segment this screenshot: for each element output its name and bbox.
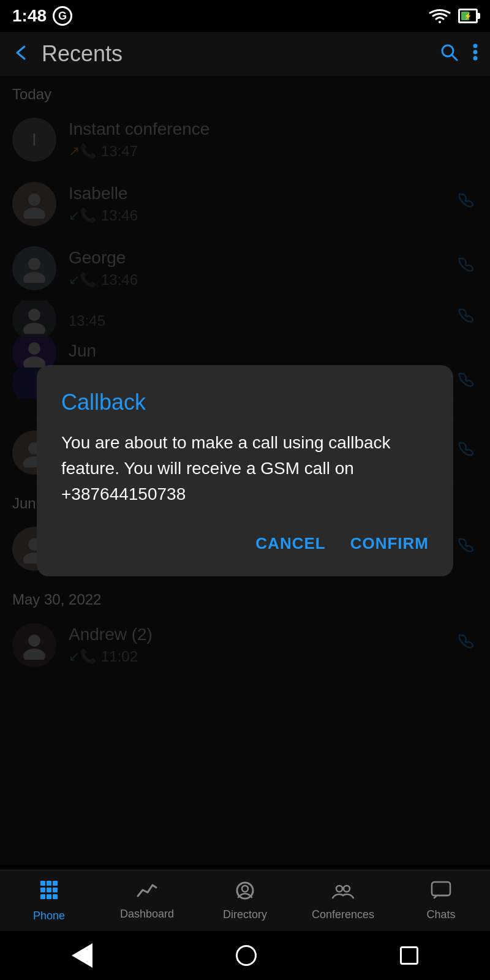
g-icon: G — [53, 6, 72, 26]
svg-point-29 — [242, 886, 248, 892]
status-bar: 1:48 G ⚡ — [0, 0, 490, 32]
nav-item-conferences[interactable]: Conferences — [294, 881, 392, 921]
android-home-button[interactable] — [236, 945, 257, 966]
svg-point-31 — [344, 886, 350, 892]
svg-rect-22 — [40, 888, 45, 892]
modal-actions: CANCEL CONFIRM — [61, 529, 429, 558]
android-nav-bar — [0, 931, 490, 980]
svg-rect-19 — [40, 881, 45, 886]
main-content: Today I Instant conference ↗📞 13:47 Isab… — [0, 76, 490, 865]
android-back-button[interactable] — [72, 943, 92, 968]
directory-nav-label: Directory — [223, 908, 267, 921]
modal-title: Callback — [61, 390, 429, 415]
modal-overlay: Callback You are about to make a call us… — [0, 76, 490, 865]
svg-point-3 — [473, 50, 478, 54]
svg-rect-20 — [47, 881, 51, 886]
back-button[interactable] — [12, 41, 29, 67]
chats-nav-icon — [431, 881, 451, 905]
cancel-button[interactable]: CANCEL — [255, 529, 325, 558]
svg-point-2 — [473, 43, 478, 48]
nav-item-chats[interactable]: Chats — [392, 881, 490, 921]
status-right: ⚡ — [429, 7, 478, 24]
battery-icon: ⚡ — [458, 9, 478, 23]
dashboard-nav-icon — [137, 881, 157, 904]
header: Recents — [0, 32, 490, 76]
conferences-nav-icon — [332, 881, 354, 905]
modal-body: You are about to make a call using callb… — [61, 430, 429, 507]
bottom-navigation: Phone Dashboard Directory — [0, 870, 490, 931]
conferences-nav-label: Conferences — [312, 908, 374, 921]
chats-nav-label: Chats — [426, 908, 455, 921]
wifi-icon — [429, 7, 451, 24]
svg-line-1 — [452, 55, 457, 60]
status-time: 1:48 — [12, 6, 47, 26]
svg-rect-25 — [40, 894, 45, 899]
svg-point-4 — [473, 56, 478, 60]
nav-item-phone[interactable]: Phone — [0, 880, 98, 922]
dashboard-nav-label: Dashboard — [120, 908, 174, 921]
nav-item-dashboard[interactable]: Dashboard — [98, 881, 196, 921]
nav-item-directory[interactable]: Directory — [196, 881, 294, 921]
page-title: Recents — [42, 41, 440, 67]
svg-rect-27 — [53, 894, 58, 899]
phone-nav-label: Phone — [33, 910, 65, 922]
callback-modal: Callback You are about to make a call us… — [37, 365, 453, 576]
more-options-icon[interactable] — [473, 43, 478, 66]
directory-nav-icon — [235, 881, 255, 905]
svg-point-30 — [336, 886, 342, 892]
svg-rect-23 — [47, 888, 51, 892]
svg-rect-24 — [53, 888, 58, 892]
header-actions — [440, 43, 478, 66]
phone-nav-icon — [38, 880, 60, 906]
svg-rect-26 — [47, 894, 51, 899]
svg-rect-32 — [432, 882, 450, 895]
search-icon[interactable] — [440, 43, 458, 66]
confirm-button[interactable]: CONFIRM — [350, 529, 429, 558]
status-left: 1:48 G — [12, 6, 72, 26]
android-recents-button[interactable] — [400, 946, 418, 965]
svg-rect-21 — [53, 881, 58, 886]
